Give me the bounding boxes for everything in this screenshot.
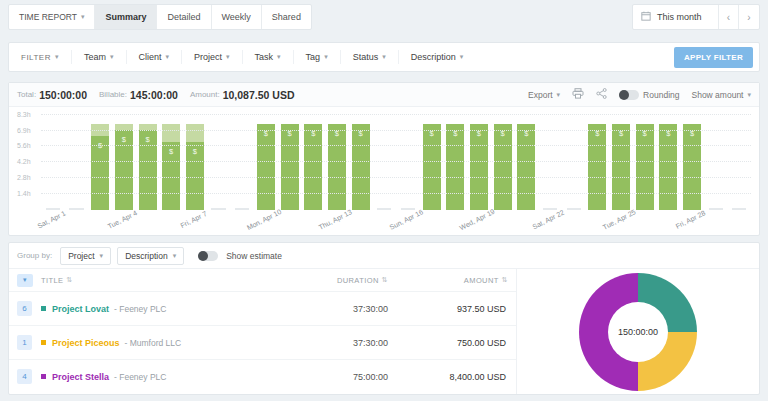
client-name: - Feeney PLC xyxy=(114,304,166,314)
project-name-link[interactable]: Project Stella xyxy=(52,372,109,382)
group-by-label: Group by: xyxy=(17,251,52,260)
bar[interactable]: $ xyxy=(659,124,677,210)
printer-icon xyxy=(572,88,584,101)
show-amount-dropdown[interactable]: Show amount ▾ xyxy=(692,90,752,100)
bar[interactable]: $ xyxy=(281,124,299,210)
bar[interactable]: $ xyxy=(446,124,464,210)
filter-item-label: Description xyxy=(411,52,456,62)
bar-segment-billable: $ xyxy=(304,124,322,210)
tab-weekly[interactable]: Weekly xyxy=(212,5,262,29)
tab-shared[interactable]: Shared xyxy=(262,5,311,29)
filter-team[interactable]: Team▾ xyxy=(71,50,126,64)
share-button[interactable] xyxy=(596,88,607,101)
column-amount[interactable]: AMOUNT ⇅ xyxy=(388,276,508,285)
group-by-select-project[interactable]: Project▾ xyxy=(60,247,111,265)
bar[interactable]: $ xyxy=(588,124,606,210)
duration-value: 37:30:00 xyxy=(268,338,388,348)
prev-period-button[interactable]: ‹ xyxy=(719,5,739,29)
donut-chart[interactable]: 150:00:00 xyxy=(579,273,697,391)
column-duration-label: DURATION xyxy=(337,276,379,285)
bar[interactable]: $ xyxy=(494,124,512,210)
bar[interactable]: $ xyxy=(636,124,654,210)
bar[interactable]: $ xyxy=(328,124,346,210)
project-color-dot xyxy=(41,340,46,345)
bar[interactable]: $ xyxy=(683,124,701,210)
bar[interactable]: $ xyxy=(304,124,322,210)
x-axis-tick-label: Sun, Apr 16 xyxy=(388,208,424,231)
filter-items: Team▾Client▾Project▾Task▾Tag▾Status▾Desc… xyxy=(71,50,475,64)
bar[interactable]: $ xyxy=(139,124,157,210)
filter-dropdown[interactable]: FILTER ▾ xyxy=(9,53,71,62)
show-estimate-toggle[interactable] xyxy=(198,251,218,261)
filter-label: FILTER xyxy=(21,53,51,62)
table-row[interactable]: 6Project Lovat- Feeney PLC37:30:00937.50… xyxy=(9,291,516,325)
filter-item-label: Task xyxy=(255,52,274,62)
zero-day-dash xyxy=(46,208,60,210)
select-value: Project xyxy=(68,251,94,261)
filter-project[interactable]: Project▾ xyxy=(181,50,242,64)
chart-day: $Fri, Apr 7 xyxy=(183,115,207,210)
billable-dollar-icon: $ xyxy=(139,135,157,144)
column-duration[interactable]: DURATION ⇅ xyxy=(268,276,388,285)
print-button[interactable] xyxy=(572,88,584,101)
chart-day: $Mon, Apr 10 xyxy=(254,115,278,210)
project-name-link[interactable]: Project Lovat xyxy=(52,304,109,314)
filter-status[interactable]: Status▾ xyxy=(340,50,398,64)
bar[interactable]: $ xyxy=(257,124,275,210)
project-name-link[interactable]: Project Piceous xyxy=(52,338,120,348)
bar[interactable]: $ xyxy=(470,124,488,210)
date-range-label: This month xyxy=(657,12,702,22)
filter-task[interactable]: Task▾ xyxy=(242,50,293,64)
filter-client[interactable]: Client▾ xyxy=(126,50,182,64)
tab-detailed[interactable]: Detailed xyxy=(157,5,211,29)
project-color-dot xyxy=(41,306,46,311)
y-axis-tick-label: 8.3h xyxy=(17,111,31,118)
chart-day xyxy=(207,115,231,210)
apply-filter-button[interactable]: APPLY FILTER xyxy=(674,47,753,68)
bar-segment-billable: $ xyxy=(470,124,488,210)
gridline: 1.4h xyxy=(41,193,751,194)
client-name: - Feeney PLC xyxy=(114,372,166,382)
report-type-dropdown[interactable]: TIME REPORT ▾ xyxy=(9,5,95,29)
date-range-button[interactable]: This month xyxy=(633,5,719,29)
billable-dollar-icon: $ xyxy=(162,147,180,156)
filter-bar: FILTER ▾ Team▾Client▾Project▾Task▾Tag▾St… xyxy=(8,42,760,72)
rounding-toggle[interactable] xyxy=(619,90,639,100)
bar[interactable]: $ xyxy=(423,124,441,210)
bar[interactable]: $ xyxy=(517,124,535,210)
bar[interactable]: $ xyxy=(162,124,180,210)
bar-segment-billable: $ xyxy=(517,124,535,210)
amount-value: 8,400.00 USD xyxy=(388,372,508,382)
billable-dollar-icon: $ xyxy=(186,147,204,156)
next-period-button[interactable]: › xyxy=(739,5,759,29)
chart-day: $ xyxy=(88,115,112,210)
filter-description[interactable]: Description▾ xyxy=(398,50,476,64)
y-axis-tick-label: 1.4h xyxy=(17,190,31,197)
bar[interactable]: $ xyxy=(186,124,204,210)
export-dropdown[interactable]: Export ▾ xyxy=(528,90,560,100)
filter-item-label: Team xyxy=(84,52,106,62)
chart-day xyxy=(65,115,89,210)
billable-label: Billable: xyxy=(99,90,127,99)
column-title-label: TITLE xyxy=(41,276,63,285)
export-label: Export xyxy=(528,90,553,100)
column-title[interactable]: TITLE ⇅ xyxy=(41,276,268,285)
bar[interactable]: $ xyxy=(91,124,109,210)
group-by-select-description[interactable]: Description▾ xyxy=(117,247,184,265)
calendar-icon xyxy=(641,11,651,23)
table-row[interactable]: 4Project Stella- Feeney PLC75:00:008,400… xyxy=(9,359,516,393)
chevron-down-icon: ▾ xyxy=(382,53,386,61)
table-row[interactable]: 1Project Piceous- Mumford LLC37:30:00750… xyxy=(9,325,516,359)
expand-all-button[interactable]: ▾ xyxy=(17,274,33,287)
group-by-selects: Project▾Description▾ xyxy=(60,247,184,265)
bar[interactable]: $ xyxy=(352,124,370,210)
bar-segment-nonbillable xyxy=(186,124,204,141)
tab-summary[interactable]: Summary xyxy=(95,5,157,29)
chart-day: $ xyxy=(514,115,538,210)
chart-day xyxy=(704,115,728,210)
bar[interactable]: $ xyxy=(612,124,630,210)
zero-day-dash xyxy=(401,208,415,210)
bar[interactable]: $ xyxy=(115,124,133,210)
bar-segment-billable: $ xyxy=(588,124,606,210)
filter-tag[interactable]: Tag▾ xyxy=(293,50,340,64)
